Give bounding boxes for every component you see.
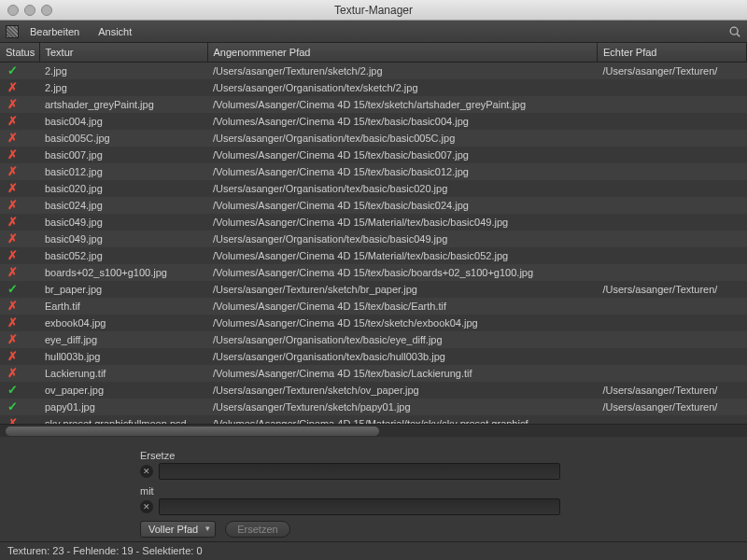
status-icon: ✗	[0, 180, 39, 197]
cell-real-path	[598, 113, 747, 130]
cell-assumed-path: /Volumes/Asanger/Cinema 4D 15/Material/t…	[207, 214, 598, 231]
cell-real-path	[598, 231, 747, 247]
zoom-window-button[interactable]	[41, 5, 52, 16]
cell-assumed-path: /Volumes/Asanger/Cinema 4D 15/tex/sketch…	[207, 96, 598, 113]
cell-real-path	[598, 247, 747, 264]
status-icon: ✗	[0, 247, 39, 264]
cell-assumed-path: /Volumes/Asanger/Cinema 4D 15/tex/basic/…	[207, 298, 598, 315]
cell-assumed-path: /Users/asanger/Organisation/tex/sketch/2…	[207, 79, 598, 96]
cell-real-path	[598, 130, 747, 147]
cell-texture: basic005C.jpg	[39, 130, 207, 147]
status-icon: ✗	[0, 214, 39, 231]
replace-mode-value: Voller Pfad	[148, 524, 198, 535]
cell-texture: sky preset graphicfullmoon.psd	[39, 415, 207, 424]
with-label: mit	[140, 485, 747, 497]
window-titlebar: Textur-Manager	[0, 0, 747, 21]
replace-input[interactable]	[159, 463, 560, 480]
minimize-window-button[interactable]	[24, 5, 35, 16]
cell-real-path	[598, 96, 747, 113]
table-row[interactable]: ✗basic049.jpg/Users/asanger/Organisation…	[0, 231, 747, 247]
cell-real-path	[598, 348, 747, 365]
cell-texture: basic024.jpg	[39, 197, 207, 214]
close-window-button[interactable]	[7, 5, 19, 16]
table-row[interactable]: ✗Lackierung.tif/Volumes/Asanger/Cinema 4…	[0, 365, 747, 382]
table-row[interactable]: ✓papy01.jpg/Users/asanger/Texturen/sketc…	[0, 399, 747, 415]
cell-texture: 2.jpg	[39, 79, 207, 96]
cell-assumed-path: /Users/asanger/Texturen/sketch/papy01.jp…	[207, 399, 598, 415]
cell-real-path	[598, 298, 747, 315]
status-icon: ✗	[0, 147, 39, 163]
status-icon: ✓	[0, 382, 39, 399]
table-row[interactable]: ✗2.jpg/Users/asanger/Organisation/tex/sk…	[0, 79, 747, 96]
status-icon: ✗	[0, 130, 39, 147]
cell-assumed-path: /Volumes/Asanger/Cinema 4D 15/tex/basic/…	[207, 163, 598, 180]
cell-real-path: /Users/asanger/Texturen/	[598, 281, 747, 298]
col-texture[interactable]: Textur	[39, 43, 207, 63]
table-row[interactable]: ✓2.jpg/Users/asanger/Texturen/sketch/2.j…	[0, 63, 747, 80]
menu-view[interactable]: Ansicht	[91, 23, 139, 40]
menu-edit[interactable]: Bearbeiten	[22, 23, 87, 40]
status-icon: ✗	[0, 163, 39, 180]
table-row[interactable]: ✗basic052.jpg/Volumes/Asanger/Cinema 4D …	[0, 247, 747, 264]
clear-replace-icon[interactable]: ✕	[140, 465, 153, 478]
menubar: Bearbeiten Ansicht	[0, 21, 747, 43]
cell-texture: basic052.jpg	[39, 247, 207, 264]
cell-texture: basic007.jpg	[39, 147, 207, 163]
status-icon: ✗	[0, 415, 39, 424]
window-title: Textur-Manager	[0, 4, 747, 17]
table-row[interactable]: ✗eye_diff.jpg/Users/asanger/Organisation…	[0, 331, 747, 348]
texture-table: Status Textur Angenommener Pfad Echter P…	[0, 43, 747, 424]
cell-real-path: /Users/asanger/Texturen/	[598, 63, 747, 80]
cell-real-path	[598, 197, 747, 214]
cell-texture: Lackierung.tif	[39, 365, 207, 382]
with-input[interactable]	[159, 498, 560, 515]
table-row[interactable]: ✗basic005C.jpg/Users/asanger/Organisatio…	[0, 130, 747, 147]
cell-texture: Earth.tif	[39, 298, 207, 315]
table-row[interactable]: ✗basic007.jpg/Volumes/Asanger/Cinema 4D …	[0, 147, 747, 163]
cell-real-path	[598, 147, 747, 163]
cell-texture: basic049.jpg	[39, 231, 207, 247]
table-row[interactable]: ✗artshader_greyPaint.jpg/Volumes/Asanger…	[0, 96, 747, 113]
clear-with-icon[interactable]: ✕	[140, 500, 153, 513]
table-row[interactable]: ✗Earth.tif/Volumes/Asanger/Cinema 4D 15/…	[0, 298, 747, 315]
replace-mode-select[interactable]: Voller Pfad	[140, 521, 216, 538]
cell-texture: basic012.jpg	[39, 163, 207, 180]
cell-assumed-path: /Users/asanger/Organisation/tex/basic/hu…	[207, 348, 598, 365]
cell-texture: boards+02_s100+g100.jpg	[39, 264, 207, 281]
cell-real-path	[598, 365, 747, 382]
table-row[interactable]: ✓ov_paper.jpg/Users/asanger/Texturen/ske…	[0, 382, 747, 399]
status-icon: ✓	[0, 281, 39, 298]
scrollbar-thumb[interactable]	[6, 427, 379, 436]
col-real-path[interactable]: Echter Pfad	[598, 43, 747, 63]
cell-assumed-path: /Volumes/Asanger/Cinema 4D 15/tex/basic/…	[207, 147, 598, 163]
cell-assumed-path: /Volumes/Asanger/Cinema 4D 15/Material/t…	[207, 415, 598, 424]
cell-real-path: /Users/asanger/Texturen/	[598, 382, 747, 399]
table-row[interactable]: ✗basic049.jpg/Volumes/Asanger/Cinema 4D …	[0, 214, 747, 231]
table-row[interactable]: ✗boards+02_s100+g100.jpg/Volumes/Asanger…	[0, 264, 747, 281]
cell-assumed-path: /Users/asanger/Organisation/tex/basic/ba…	[207, 180, 598, 197]
table-row[interactable]: ✗exbook04.jpg/Volumes/Asanger/Cinema 4D …	[0, 315, 747, 331]
table-row[interactable]: ✗basic012.jpg/Volumes/Asanger/Cinema 4D …	[0, 163, 747, 180]
cell-texture: basic049.jpg	[39, 214, 207, 231]
search-icon[interactable]	[728, 25, 741, 38]
status-icon: ✓	[0, 63, 39, 80]
horizontal-scrollbar[interactable]	[0, 424, 747, 437]
cell-texture: papy01.jpg	[39, 399, 207, 415]
status-icon: ✗	[0, 231, 39, 247]
table-row[interactable]: ✗hull003b.jpg/Users/asanger/Organisation…	[0, 348, 747, 365]
table-row[interactable]: ✗basic004.jpg/Volumes/Asanger/Cinema 4D …	[0, 113, 747, 130]
cell-real-path	[598, 180, 747, 197]
table-row[interactable]: ✗sky preset graphicfullmoon.psd/Volumes/…	[0, 415, 747, 424]
col-assumed-path[interactable]: Angenommener Pfad	[207, 43, 598, 63]
table-row[interactable]: ✗basic020.jpg/Users/asanger/Organisation…	[0, 180, 747, 197]
col-status[interactable]: Status	[0, 43, 39, 63]
cell-texture: br_paper.jpg	[39, 281, 207, 298]
cell-assumed-path: /Volumes/Asanger/Cinema 4D 15/Material/t…	[207, 247, 598, 264]
cell-assumed-path: /Users/asanger/Texturen/sketch/2.jpg	[207, 63, 598, 80]
table-row[interactable]: ✓br_paper.jpg/Users/asanger/Texturen/ske…	[0, 281, 747, 298]
cell-real-path	[598, 79, 747, 96]
grip-icon[interactable]	[6, 25, 19, 38]
table-row[interactable]: ✗basic024.jpg/Volumes/Asanger/Cinema 4D …	[0, 197, 747, 214]
cell-texture: basic004.jpg	[39, 113, 207, 130]
replace-button[interactable]: Ersetzen	[225, 521, 289, 538]
